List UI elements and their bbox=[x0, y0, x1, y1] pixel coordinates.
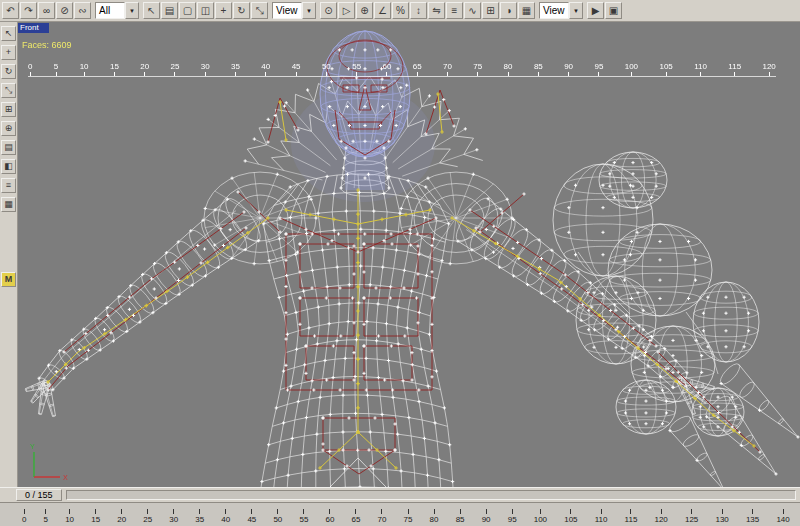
track-bar-tick: 5 bbox=[44, 509, 48, 524]
schematic-view-icon[interactable]: ⊞ bbox=[482, 2, 499, 19]
left-toolbar: ↖+↻⤡⊞⊕▤◧≡▦M bbox=[0, 22, 18, 487]
track-bar-tick: 20 bbox=[117, 509, 126, 524]
select-by-name-icon[interactable]: ▤ bbox=[161, 2, 178, 19]
chevron-down-icon[interactable]: ▼ bbox=[125, 2, 139, 19]
track-bar-tick: 75 bbox=[404, 509, 413, 524]
track-bar-tick: 120 bbox=[654, 509, 667, 524]
bind-to-space-warp-icon[interactable]: ∾ bbox=[74, 2, 91, 19]
redo-icon[interactable]: ↷ bbox=[20, 2, 37, 19]
left-select-icon[interactable]: ↖ bbox=[1, 26, 16, 41]
track-bar-tick: 105 bbox=[564, 509, 577, 524]
render-scene-icon[interactable]: ▦ bbox=[518, 2, 535, 19]
bottom-bar: 0 / 155 05101520253035404550556065707580… bbox=[0, 487, 800, 526]
track-bar-tick: 130 bbox=[715, 509, 728, 524]
toolbar-group-history: ↶↷∞⊘∾ bbox=[2, 2, 91, 19]
track-bar-tick: 95 bbox=[508, 509, 517, 524]
viewport-canvas[interactable] bbox=[18, 22, 800, 487]
viewport-statistics: Faces: 6609 bbox=[22, 40, 72, 50]
toolbar-group-render: ▶▣ bbox=[587, 2, 622, 19]
left-utilities-icon[interactable]: ≡ bbox=[1, 178, 16, 193]
render-type-value: View bbox=[539, 2, 569, 19]
left-move-icon[interactable]: + bbox=[1, 45, 16, 60]
left-layers-icon[interactable]: ▤ bbox=[1, 140, 16, 155]
selection-filter-dropdown[interactable]: All ▼ bbox=[95, 2, 139, 19]
coordinate-system-value: View bbox=[272, 2, 302, 19]
track-bar-tick: 110 bbox=[595, 509, 608, 524]
render-type-dropdown[interactable]: View ▼ bbox=[539, 2, 583, 19]
material-editor-icon[interactable]: ◑ bbox=[500, 2, 517, 19]
left-snap-icon[interactable]: ⊕ bbox=[1, 121, 16, 136]
select-and-rotate-icon[interactable]: ↻ bbox=[233, 2, 250, 19]
snap-toggle-icon[interactable]: ⊕ bbox=[356, 2, 373, 19]
select-and-move-icon[interactable]: + bbox=[215, 2, 232, 19]
track-bar-tick: 90 bbox=[482, 509, 491, 524]
window-crossing-toggle-icon[interactable]: ◫ bbox=[197, 2, 214, 19]
track-bar-tick: 30 bbox=[169, 509, 178, 524]
main-toolbar: ↶↷∞⊘∾ All ▼ ↖▤▢◫+↻⤡ View ▼ ⊙▷⊕∠%↕⇋≡∿⊞◑▦ … bbox=[0, 0, 800, 22]
render-last-icon[interactable]: ▣ bbox=[605, 2, 622, 19]
track-bar-tick: 10 bbox=[65, 509, 74, 524]
track-bar-tick: 0 bbox=[22, 509, 26, 524]
left-rotate-icon[interactable]: ↻ bbox=[1, 64, 16, 79]
track-bar-tick: 100 bbox=[534, 509, 547, 524]
left-render-icon[interactable]: ▦ bbox=[1, 197, 16, 212]
track-bar-tick: 70 bbox=[378, 509, 387, 524]
3ds-max-window: { "colors": { "toolbar_bg": "#d4d0c8", "… bbox=[0, 0, 800, 526]
select-and-link-icon[interactable]: ∞ bbox=[38, 2, 55, 19]
left-grid-icon[interactable]: ⊞ bbox=[1, 102, 16, 117]
coordinate-system-dropdown[interactable]: View ▼ bbox=[272, 2, 316, 19]
track-bar-tick: 35 bbox=[195, 509, 204, 524]
track-bar-tick: 65 bbox=[352, 509, 361, 524]
viewport-front[interactable]: 0510152025303540455055606570758085909510… bbox=[18, 22, 800, 487]
track-bar-tick: 135 bbox=[746, 509, 759, 524]
mirror-icon[interactable]: ⇋ bbox=[428, 2, 445, 19]
left-maxscript-icon[interactable]: M bbox=[1, 272, 16, 287]
time-slider-label: 0 / 155 bbox=[25, 490, 53, 500]
track-bar-tick: 125 bbox=[685, 509, 698, 524]
select-object-icon[interactable]: ↖ bbox=[143, 2, 160, 19]
select-and-scale-icon[interactable]: ⤡ bbox=[251, 2, 268, 19]
select-and-manipulate-icon[interactable]: ▷ bbox=[338, 2, 355, 19]
spinner-snap-icon[interactable]: ↕ bbox=[410, 2, 427, 19]
track-bar[interactable]: 0510152025303540455055606570758085909510… bbox=[0, 502, 800, 526]
viewport-label[interactable]: Front bbox=[18, 23, 49, 33]
track-bar-tick: 25 bbox=[143, 509, 152, 524]
percent-snap-icon[interactable]: % bbox=[392, 2, 409, 19]
rectangular-selection-region-icon[interactable]: ▢ bbox=[179, 2, 196, 19]
time-slider-track[interactable] bbox=[66, 490, 796, 500]
selection-filter-value: All bbox=[95, 2, 125, 19]
unlink-selection-icon[interactable]: ⊘ bbox=[56, 2, 73, 19]
use-pivot-center-icon[interactable]: ⊙ bbox=[320, 2, 337, 19]
curve-editor-icon[interactable]: ∿ bbox=[464, 2, 481, 19]
align-icon[interactable]: ≡ bbox=[446, 2, 463, 19]
left-scale-icon[interactable]: ⤡ bbox=[1, 83, 16, 98]
undo-icon[interactable]: ↶ bbox=[2, 2, 19, 19]
track-bar-tick: 40 bbox=[221, 509, 230, 524]
toolbar-group-tools: ⊙▷⊕∠%↕⇋≡∿⊞◑▦ bbox=[320, 2, 535, 19]
track-bar-tick: 140 bbox=[776, 509, 789, 524]
time-slider-row: 0 / 155 bbox=[0, 488, 800, 502]
track-bar-tick: 60 bbox=[325, 509, 334, 524]
track-bar-tick: 85 bbox=[456, 509, 465, 524]
chevron-down-icon[interactable]: ▼ bbox=[569, 2, 583, 19]
quick-render-icon[interactable]: ▶ bbox=[587, 2, 604, 19]
track-bar-tick: 50 bbox=[273, 509, 282, 524]
track-bar-tick: 15 bbox=[91, 509, 100, 524]
time-slider-handle[interactable]: 0 / 155 bbox=[16, 489, 62, 501]
angle-snap-icon[interactable]: ∠ bbox=[374, 2, 391, 19]
chevron-down-icon[interactable]: ▼ bbox=[302, 2, 316, 19]
toolbar-group-selection: ↖▤▢◫+↻⤡ bbox=[143, 2, 268, 19]
track-bar-tick: 115 bbox=[625, 509, 638, 524]
track-bar-tick: 45 bbox=[247, 509, 256, 524]
track-bar-tick: 55 bbox=[299, 509, 308, 524]
track-bar-tick: 80 bbox=[430, 509, 439, 524]
left-display-icon[interactable]: ◧ bbox=[1, 159, 16, 174]
